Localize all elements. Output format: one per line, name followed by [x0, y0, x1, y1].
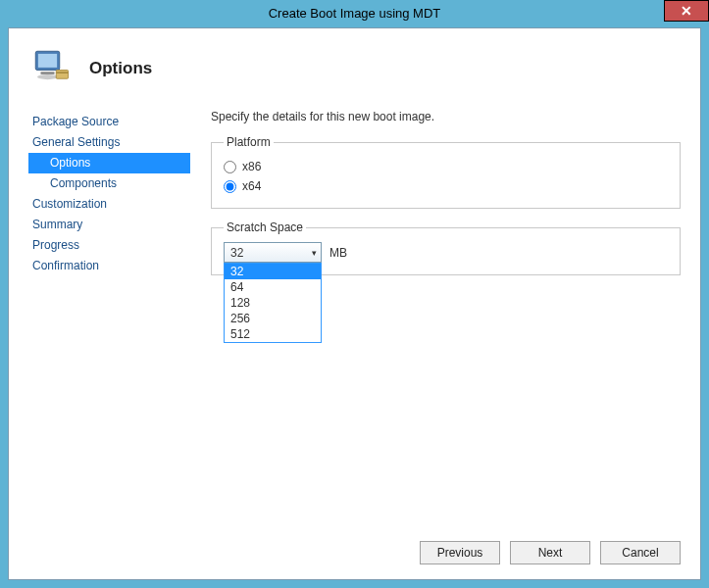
titlebar: Create Boot Image using MDT ✕: [0, 0, 709, 27]
platform-group: Platform x86 x64: [211, 135, 681, 209]
scratch-legend: Scratch Space: [224, 220, 306, 234]
cancel-button[interactable]: Cancel: [600, 541, 681, 564]
scratch-unit-label: MB: [329, 246, 347, 260]
radio-x64-label: x64: [242, 179, 261, 193]
previous-button[interactable]: Previous: [420, 541, 500, 564]
svg-point-3: [37, 74, 58, 79]
computer-icon: [30, 46, 72, 90]
wizard-footer: Previous Next Cancel: [9, 536, 700, 579]
svg-rect-1: [38, 54, 57, 68]
nav-item-confirmation[interactable]: Confirmation: [28, 256, 190, 276]
scratch-combo-row: 32 ▾ 32 64 128 256 512 MB: [224, 242, 668, 263]
chevron-down-icon: ▾: [312, 248, 317, 258]
nav-item-package-source[interactable]: Package Source: [28, 112, 190, 132]
next-button[interactable]: Next: [510, 541, 590, 564]
wizard-body: Package Source General Settings Options …: [9, 110, 700, 543]
dropdown-option-32[interactable]: 32: [225, 264, 321, 279]
nav-item-components[interactable]: Components: [28, 173, 190, 194]
radio-x86-input[interactable]: [224, 161, 236, 173]
radio-x64-input[interactable]: [224, 180, 236, 193]
nav-item-general-settings[interactable]: General Settings: [28, 132, 190, 153]
dropdown-option-256[interactable]: 256: [225, 311, 321, 326]
dropdown-option-512[interactable]: 512: [225, 326, 321, 342]
nav-item-customization[interactable]: Customization: [28, 194, 190, 215]
nav-sidebar: Package Source General Settings Options …: [28, 110, 190, 543]
scratch-selected-value: 32: [230, 246, 243, 260]
scratch-space-select[interactable]: 32 ▾ 32 64 128 256 512: [224, 242, 322, 263]
nav-item-options[interactable]: Options: [28, 153, 190, 173]
wizard-window: Create Boot Image using MDT ✕ Options Pa: [0, 0, 709, 588]
scratch-space-group: Scratch Space 32 ▾ 32 64 128 256 512: [211, 220, 681, 275]
nav-item-summary[interactable]: Summary: [28, 215, 190, 235]
page-title: Options: [89, 59, 152, 78]
dropdown-option-128[interactable]: 128: [225, 295, 321, 311]
dropdown-option-64[interactable]: 64: [225, 279, 321, 295]
platform-legend: Platform: [224, 135, 274, 149]
window-title: Create Boot Image using MDT: [269, 6, 441, 21]
content-panel: Specify the details for this new boot im…: [190, 110, 681, 543]
scratch-dropdown: 32 64 128 256 512: [224, 263, 322, 343]
instruction-text: Specify the details for this new boot im…: [211, 110, 681, 123]
radio-x64[interactable]: x64: [224, 176, 668, 196]
radio-x86-label: x86: [242, 160, 261, 173]
svg-rect-2: [41, 72, 55, 74]
close-button[interactable]: ✕: [664, 0, 709, 22]
svg-rect-5: [56, 72, 68, 74]
nav-item-progress[interactable]: Progress: [28, 235, 190, 256]
close-icon: ✕: [681, 3, 692, 19]
radio-x86[interactable]: x86: [224, 157, 668, 176]
wizard-header: Options: [9, 28, 700, 110]
client-area: Options Package Source General Settings …: [8, 27, 701, 580]
svg-rect-4: [56, 71, 68, 79]
